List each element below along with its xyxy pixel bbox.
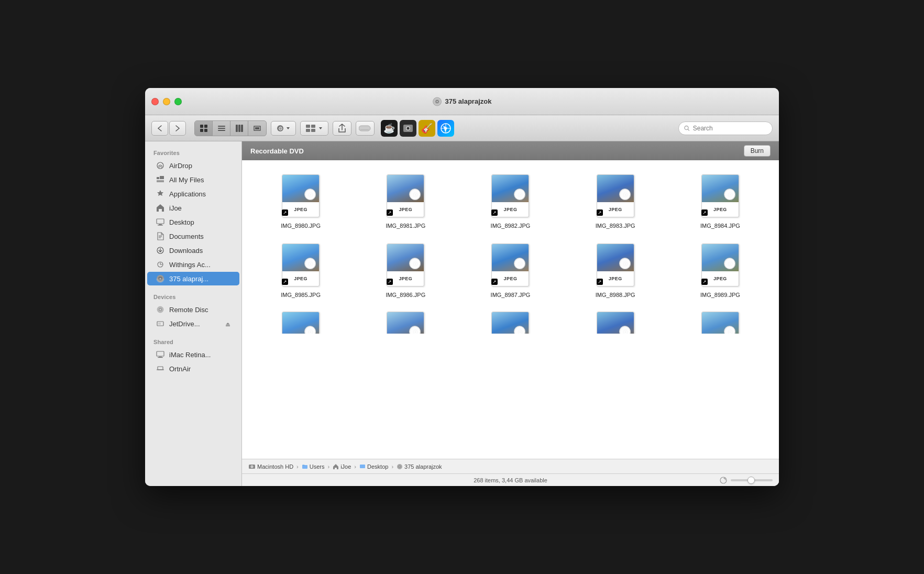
- file-item[interactable]: JPEG IMG_8985.JPG: [250, 238, 351, 303]
- group-button[interactable]: [300, 121, 328, 136]
- sidebar-item-remote-disc[interactable]: Remote Disc: [147, 303, 239, 316]
- file-item[interactable]: JPEG IMG_8988.JPG: [565, 238, 666, 303]
- svg-point-73: [623, 262, 628, 266]
- slider-thumb[interactable]: [747, 477, 755, 484]
- sidebar-item-ortnair[interactable]: OrtnAir: [147, 362, 239, 376]
- svg-point-85: [728, 330, 732, 334]
- svg-rect-20: [306, 129, 310, 132]
- path-ijoe[interactable]: iJoe: [333, 463, 351, 470]
- view-cover-button[interactable]: [248, 121, 266, 136]
- devices-header: Devices: [145, 290, 241, 302]
- view-icon-button[interactable]: [195, 121, 213, 136]
- path-desktop[interactable]: Desktop: [359, 463, 388, 470]
- svg-rect-7: [204, 129, 207, 132]
- sidebar-item-all-my-files[interactable]: All My Files: [147, 173, 239, 186]
- svg-point-58: [310, 194, 312, 196]
- path-label-hd: Macintosh HD: [257, 463, 293, 470]
- slider-track[interactable]: [731, 479, 773, 481]
- search-input[interactable]: [693, 125, 767, 132]
- sidebar-label-applications: Applications: [169, 190, 206, 198]
- ortnair-icon: [156, 364, 165, 373]
- path-macintosh-hd[interactable]: Macintosh HD: [248, 463, 293, 470]
- file-item[interactable]: JPEG IMG_8987.JPG: [460, 238, 560, 303]
- back-button[interactable]: [151, 121, 168, 136]
- users-folder-icon: [302, 463, 308, 470]
- file-icon: JPEG: [595, 242, 636, 288]
- svg-point-79: [413, 330, 417, 334]
- burn-button[interactable]: Burn: [744, 145, 771, 157]
- file-name: IMG_8987.JPG: [491, 291, 531, 299]
- file-name: IMG_8982.JPG: [491, 222, 531, 229]
- guitar-app-icon[interactable]: 🎸: [419, 120, 435, 137]
- caffeine-app-icon[interactable]: ☕: [381, 120, 398, 137]
- file-item[interactable]: JPEG IMG_8986.JPG: [355, 238, 456, 303]
- svg-point-86: [729, 331, 731, 333]
- sidebar-label-ijoe: iJoe: [169, 204, 182, 212]
- svg-point-74: [624, 263, 626, 265]
- window-title: 375 alaprajzok: [445, 97, 492, 105]
- alias-arrow: [387, 279, 393, 285]
- sidebar-item-airdrop[interactable]: AirDrop: [147, 159, 239, 172]
- path-375alaprajzok[interactable]: 375 alaprajzok: [397, 463, 442, 470]
- share-button[interactable]: [333, 121, 351, 136]
- file-item[interactable]: JPEG IMG_8983.JPG: [565, 169, 666, 234]
- file-icon: JPEG: [384, 242, 426, 288]
- svg-rect-13: [241, 125, 243, 132]
- svg-rect-34: [160, 176, 164, 179]
- sidebar-item-withings[interactable]: Withings Ac...: [147, 258, 239, 271]
- file-icon: JPEG: [595, 173, 636, 219]
- sidebar-item-desktop[interactable]: Desktop: [147, 215, 239, 229]
- file-item[interactable]: JPEG IMG_8994.JPG: [670, 307, 771, 334]
- screenshot-app-icon[interactable]: [400, 120, 416, 137]
- path-sep-4: ›: [391, 463, 393, 470]
- file-item[interactable]: JPEG IMG_8980.JPG: [250, 169, 351, 234]
- file-item[interactable]: JPEG IMG_8990.JPG: [250, 307, 351, 334]
- view-list-button[interactable]: [213, 121, 230, 136]
- view-column-button[interactable]: [230, 121, 248, 136]
- safari-app-icon[interactable]: [437, 120, 454, 137]
- file-item[interactable]: JPEG IMG_8984.JPG: [670, 169, 771, 234]
- path-sep-3: ›: [354, 463, 356, 470]
- alias-arrow: [597, 209, 603, 216]
- sidebar-item-applications[interactable]: Applications: [147, 187, 239, 201]
- file-item[interactable]: JPEG IMG_8993.JPG: [565, 307, 666, 334]
- svg-rect-12: [238, 125, 240, 132]
- window-title-area: 375 alaprajzok: [433, 97, 492, 106]
- file-item[interactable]: JPEG IMG_8991.JPG: [355, 307, 456, 334]
- forward-button[interactable]: [169, 121, 186, 136]
- hd-path-icon: [248, 463, 256, 470]
- sidebar-item-documents[interactable]: Documents: [147, 229, 239, 243]
- home-path-icon: [333, 463, 339, 470]
- path-users[interactable]: Users: [302, 463, 325, 470]
- sidebar-item-ijoe[interactable]: iJoe: [147, 201, 239, 215]
- eject-icon[interactable]: [225, 321, 231, 327]
- file-item[interactable]: JPEG IMG_8981.JPG: [355, 169, 456, 234]
- svg-point-83: [623, 330, 628, 334]
- remote-disc-icon: [156, 305, 165, 314]
- file-item[interactable]: JPEG IMG_8992.JPG: [460, 307, 560, 334]
- sidebar-item-375alapraj[interactable]: 375 alapraj...: [147, 272, 239, 285]
- tag-button[interactable]: ——: [356, 121, 375, 136]
- action-button[interactable]: ⚙: [271, 121, 296, 136]
- alias-arrow: [597, 279, 603, 285]
- toolbar: ⚙ —— ☕: [145, 115, 779, 141]
- file-icon: JPEG: [699, 312, 741, 334]
- svg-point-75: [728, 262, 732, 266]
- svg-point-2: [436, 101, 438, 102]
- close-button[interactable]: [151, 98, 159, 105]
- sidebar-item-imac-retina[interactable]: iMac Retina...: [147, 348, 239, 361]
- all-my-files-icon: [156, 175, 165, 184]
- sidebar-item-jetdrive[interactable]: JetDrive...: [147, 317, 239, 330]
- alias-arrow: [282, 209, 288, 216]
- sidebar-item-downloads[interactable]: Downloads: [147, 244, 239, 257]
- file-item[interactable]: JPEG IMG_8982.JPG: [460, 169, 560, 234]
- alias-arrow: [282, 279, 288, 285]
- status-text: 268 items, 3,44 GB available: [474, 477, 547, 483]
- sidebar-label-imac-retina: iMac Retina...: [169, 351, 211, 359]
- search-box[interactable]: [678, 122, 773, 135]
- minimize-button[interactable]: [163, 98, 170, 105]
- svg-rect-51: [158, 323, 161, 325]
- file-item[interactable]: JPEG IMG_8989.JPG: [670, 238, 771, 303]
- svg-point-80: [415, 331, 416, 333]
- maximize-button[interactable]: [174, 98, 182, 105]
